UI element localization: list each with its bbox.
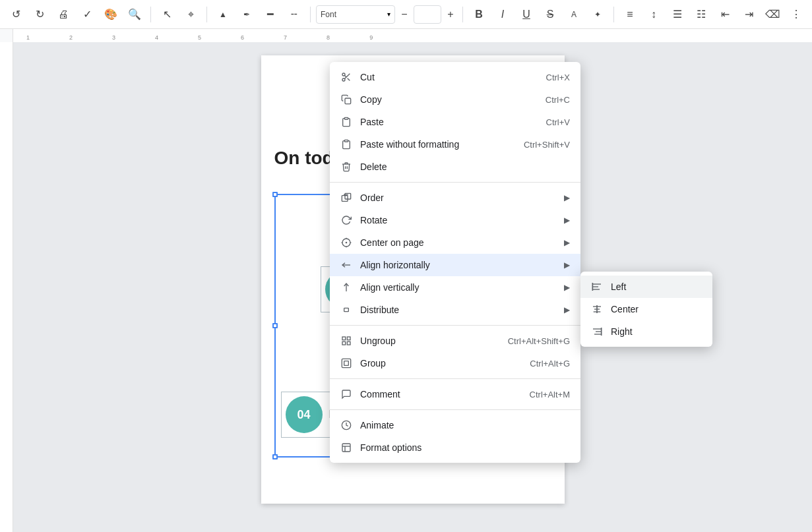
distribute-label: Distribute: [360, 305, 399, 315]
font-size-box[interactable]: [414, 5, 441, 24]
delete-icon: [340, 161, 352, 173]
cut-shortcut: Ctrl+X: [546, 73, 570, 82]
font-size-increase[interactable]: +: [444, 4, 457, 25]
paste-icon: [340, 116, 352, 128]
format-clear-button[interactable]: ⌫: [762, 4, 783, 25]
separator-4: [462, 7, 463, 22]
ungroup-shortcut: Ctrl+Alt+Shift+G: [508, 336, 570, 346]
divider-2: [330, 325, 580, 326]
italic-button[interactable]: I: [492, 4, 513, 25]
submenu-item-right[interactable]: Right: [580, 320, 712, 343]
underline-button[interactable]: U: [516, 4, 537, 25]
group-shortcut: Ctrl+Alt+G: [530, 359, 570, 369]
svg-line-3: [348, 78, 350, 81]
divider-4: [330, 409, 580, 410]
paste-format-label: Paste without formatting: [360, 139, 459, 150]
svg-rect-5: [345, 98, 351, 104]
paint-format-button[interactable]: 🎨: [100, 4, 121, 25]
ruler-horizontal: 123456789: [13, 29, 812, 42]
menu-item-ungroup[interactable]: Ungroup Ctrl+Alt+Shift+G: [330, 330, 580, 352]
center-align-icon: [591, 303, 603, 315]
svg-point-0: [342, 78, 345, 81]
menu-item-align-h[interactable]: Align horizontally ▶: [330, 254, 580, 276]
handle-ml[interactable]: [272, 323, 278, 328]
ruler-vertical: [0, 42, 13, 532]
submenu-item-left[interactable]: Left: [580, 276, 712, 298]
menu-item-animate[interactable]: Animate: [330, 414, 580, 436]
menu-item-format-options[interactable]: Format options: [330, 436, 580, 459]
menu-item-order[interactable]: Order ▶: [330, 187, 580, 209]
line-dash-button[interactable]: ╌: [284, 4, 305, 25]
bullets-button[interactable]: ☰: [667, 4, 688, 25]
divider-3: [330, 378, 580, 379]
align-v-label: Align vertically: [360, 282, 419, 293]
svg-rect-7: [344, 140, 348, 142]
ungroup-icon: [340, 335, 352, 347]
spell-check-button[interactable]: ✓: [77, 4, 98, 25]
font-selector[interactable]: Font ▾: [316, 5, 395, 24]
paste-format-shortcut: Ctrl+Shift+V: [524, 140, 570, 150]
fill-color-button[interactable]: ▲: [212, 4, 234, 25]
zoom-button[interactable]: 🔍: [124, 4, 145, 25]
cut-label: Cut: [360, 72, 375, 82]
order-label: Order: [360, 192, 384, 203]
align-button[interactable]: ≡: [619, 4, 640, 25]
canvas-area[interactable]: On today's agenda 01 What are Indi... 02…: [13, 42, 812, 532]
handle-bl[interactable]: [272, 454, 278, 459]
font-color-button[interactable]: A: [563, 4, 584, 25]
menu-item-align-v[interactable]: Align vertically ▶: [330, 276, 580, 299]
redo-button[interactable]: ↻: [29, 4, 50, 25]
format-options-icon: [340, 442, 352, 454]
highlight-button[interactable]: ✦: [587, 4, 608, 25]
distribute-icon: [340, 304, 352, 316]
svg-rect-6: [344, 117, 348, 119]
delete-label: Delete: [360, 162, 387, 172]
divider-1: [330, 182, 580, 183]
comment-label: Comment: [360, 389, 400, 399]
menu-item-center-page[interactable]: Center on page ▶: [330, 231, 580, 254]
undo-button[interactable]: ↺: [5, 4, 26, 25]
align-h-label: Align horizontally: [360, 260, 430, 270]
rotate-icon: [340, 214, 352, 226]
print-button[interactable]: 🖨: [53, 4, 74, 25]
lasso-button[interactable]: ⌖: [180, 4, 201, 25]
submenu-item-center[interactable]: Center: [580, 298, 712, 320]
line-color-button[interactable]: ✒: [236, 4, 257, 25]
comment-icon: [340, 388, 352, 400]
left-label: Left: [611, 281, 626, 292]
indent-less-button[interactable]: ⇤: [714, 4, 735, 25]
group-icon: [340, 357, 352, 369]
menu-item-comment[interactable]: Comment Ctrl+Alt+M: [330, 383, 580, 405]
numbered-button[interactable]: ☷: [691, 4, 712, 25]
paste-shortcut: Ctrl+V: [546, 117, 570, 127]
menu-item-paste[interactable]: Paste Ctrl+V: [330, 111, 580, 133]
svg-rect-25: [342, 359, 350, 367]
menu-item-cut[interactable]: Cut Ctrl+X: [330, 66, 580, 88]
menu-item-paste-format[interactable]: Paste without formatting Ctrl+Shift+V: [330, 133, 580, 156]
center-page-label: Center on page: [360, 237, 424, 248]
line-weight-button[interactable]: ━: [260, 4, 281, 25]
strikethrough-button[interactable]: S: [540, 4, 561, 25]
menu-item-delete[interactable]: Delete: [330, 156, 580, 178]
menu-item-rotate[interactable]: Rotate ▶: [330, 209, 580, 231]
cursor-button[interactable]: ↖: [156, 4, 177, 25]
svg-rect-26: [344, 361, 349, 366]
ungroup-label: Ungroup: [360, 336, 396, 346]
center-label: Center: [611, 304, 639, 314]
menu-item-distribute[interactable]: Distribute ▶: [330, 299, 580, 321]
line-spacing-button[interactable]: ↕: [643, 4, 664, 25]
separator-5: [613, 7, 614, 22]
svg-point-1: [342, 73, 345, 76]
bold-button[interactable]: B: [468, 4, 489, 25]
indent-more-button[interactable]: ⇥: [738, 4, 759, 25]
handle-tl[interactable]: [272, 192, 278, 197]
toolbar: ↺ ↻ 🖨 ✓ 🎨 🔍 ↖ ⌖ ▲ ✒ ━ ╌ Font ▾ − + B I U…: [0, 0, 812, 29]
menu-item-copy[interactable]: Copy Ctrl+C: [330, 88, 580, 111]
menu-item-group[interactable]: Group Ctrl+Alt+G: [330, 352, 580, 374]
more-button[interactable]: ⋮: [786, 4, 807, 25]
ruler-corner: [0, 29, 13, 42]
align-h-arrow: ▶: [564, 260, 570, 270]
font-size-decrease[interactable]: −: [398, 4, 411, 25]
paste-label: Paste: [360, 117, 384, 127]
center-page-arrow: ▶: [564, 238, 570, 247]
